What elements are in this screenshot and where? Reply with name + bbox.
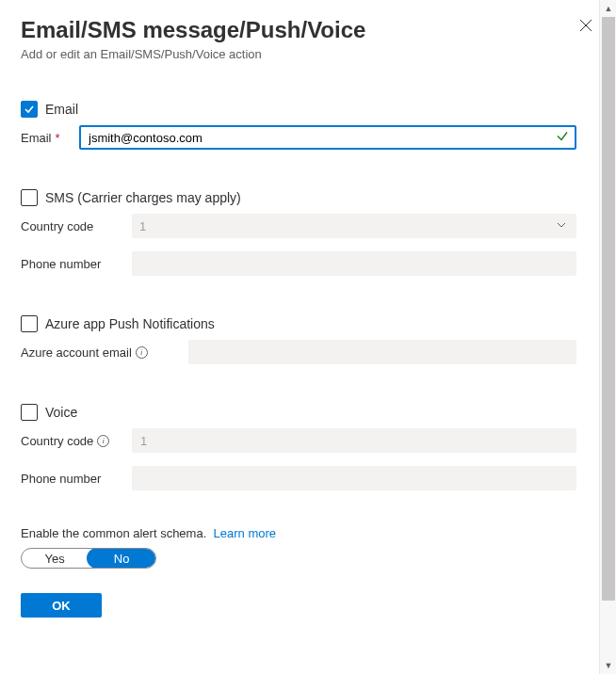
- toggle-yes[interactable]: Yes: [22, 549, 88, 568]
- learn-more-link[interactable]: Learn more: [214, 526, 276, 540]
- email-input[interactable]: [79, 125, 576, 150]
- panel-subtitle: Add or edit an Email/SMS/Push/Voice acti…: [21, 47, 598, 61]
- schema-text-row: Enable the common alert schema. Learn mo…: [21, 526, 598, 540]
- push-checkbox[interactable]: [21, 315, 38, 332]
- scroll-up-arrow[interactable]: ▲: [600, 0, 616, 17]
- email-checkbox[interactable]: [21, 101, 38, 118]
- ok-button[interactable]: OK: [21, 593, 102, 618]
- action-panel: Email/SMS message/Push/Voice Add or edit…: [0, 0, 598, 674]
- info-icon[interactable]: i: [136, 346, 148, 359]
- email-field-label: Email *: [21, 131, 79, 145]
- schema-text: Enable the common alert schema.: [21, 526, 206, 540]
- scrollbar[interactable]: ▲ ▼: [599, 0, 616, 674]
- push-email-label: Azure account email i: [21, 345, 188, 360]
- voice-checkbox[interactable]: [21, 404, 38, 421]
- info-icon[interactable]: i: [97, 435, 109, 447]
- toggle-no[interactable]: No: [87, 548, 156, 569]
- scroll-thumb[interactable]: [602, 17, 615, 601]
- sms-phone-input[interactable]: [132, 251, 576, 276]
- schema-toggle[interactable]: Yes No: [21, 548, 156, 569]
- voice-phone-input[interactable]: [132, 466, 576, 490]
- valid-icon: [556, 130, 569, 146]
- sms-section: SMS (Carrier charges may apply) Country …: [21, 189, 598, 276]
- voice-phone-label: Phone number: [21, 472, 132, 486]
- chevron-down-icon: [556, 219, 567, 233]
- required-mark: *: [56, 131, 60, 145]
- voice-country-label: Country code i: [21, 434, 132, 448]
- email-section: Email Email *: [21, 101, 598, 150]
- scroll-down-arrow[interactable]: ▼: [600, 657, 616, 674]
- sms-country-value: 1: [132, 214, 576, 238]
- push-section: Azure app Push Notifications Azure accou…: [21, 315, 598, 364]
- push-check-label: Azure app Push Notifications: [45, 316, 215, 331]
- sms-checkbox[interactable]: [21, 189, 38, 206]
- sms-phone-label: Phone number: [21, 257, 132, 271]
- voice-check-label: Voice: [45, 405, 77, 420]
- email-check-label: Email: [45, 102, 78, 117]
- voice-country-input[interactable]: [132, 428, 576, 453]
- sms-country-select[interactable]: 1: [132, 214, 576, 238]
- close-button[interactable]: [579, 19, 592, 35]
- sms-check-label: SMS (Carrier charges may apply): [45, 190, 241, 205]
- panel-title: Email/SMS message/Push/Voice: [21, 17, 598, 43]
- push-email-input[interactable]: [188, 340, 576, 364]
- voice-section: Voice Country code i Phone number: [21, 404, 598, 490]
- checkmark-icon: [24, 104, 35, 115]
- close-icon: [579, 19, 592, 32]
- sms-country-label: Country code: [21, 219, 132, 233]
